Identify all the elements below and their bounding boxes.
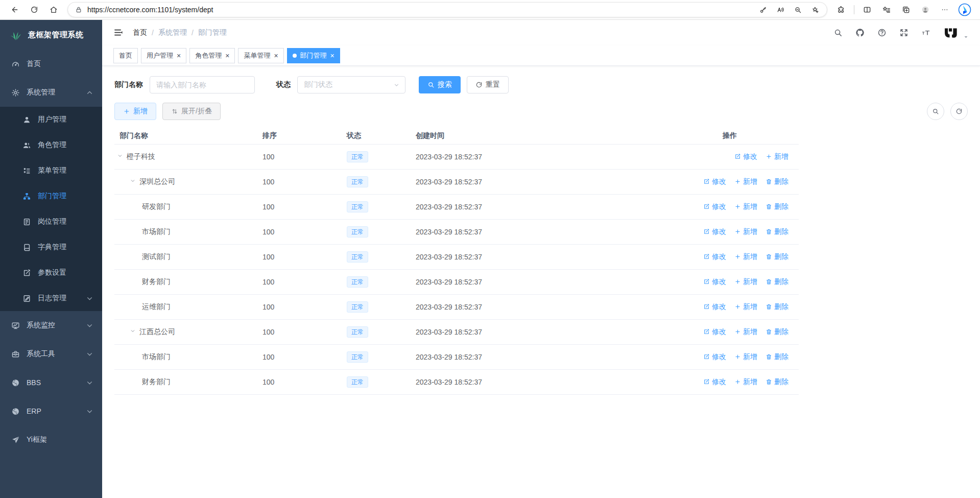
tab-角色管理[interactable]: 角色管理× [189, 48, 235, 63]
bing-chat-button[interactable] [954, 2, 975, 17]
breadcrumb-item[interactable]: 首页 [133, 28, 147, 37]
row-action-delete[interactable]: 删除 [766, 202, 788, 211]
expand-collapse-button[interactable]: 展开/折叠 [162, 103, 221, 120]
browser-home-button[interactable] [44, 2, 63, 17]
sidebar-collapse-icon[interactable] [113, 28, 124, 38]
trash-icon [766, 228, 772, 235]
search-button[interactable]: 搜索 [419, 76, 461, 93]
sidebar-item-erp[interactable]: ERP [0, 397, 102, 425]
reset-button[interactable]: 重置 [467, 76, 509, 93]
tab-菜单管理[interactable]: 菜单管理× [238, 48, 283, 63]
url-text[interactable]: https://ccnetcore.com:1101/system/dept [87, 6, 754, 14]
status-select[interactable]: 部门状态 [297, 76, 405, 93]
read-aloud-button[interactable] [772, 3, 789, 16]
row-action-add[interactable]: 新增 [734, 252, 757, 262]
browser-refresh-button[interactable] [25, 2, 44, 17]
sidebar-item-log-mgmt[interactable]: 日志管理 [0, 286, 102, 311]
trash-icon [766, 278, 772, 285]
row-action-add[interactable]: 新增 [734, 227, 757, 236]
sidebar-item-yi-frame[interactable]: Yi框架 [0, 425, 102, 454]
row-action-delete[interactable]: 删除 [766, 377, 788, 387]
caret-down-icon[interactable] [963, 34, 969, 40]
star-add-button[interactable] [806, 3, 824, 16]
row-action-add[interactable]: 新增 [734, 352, 757, 362]
tab-close-icon[interactable]: × [274, 52, 278, 59]
trash-icon [766, 328, 772, 335]
sidebar-item-home[interactable]: 首页 [0, 50, 102, 78]
dept-name-input[interactable] [150, 76, 255, 93]
header-question-button[interactable] [877, 28, 887, 37]
sidebar-item-dept-mgmt[interactable]: 部门管理 [0, 183, 102, 209]
row-action-edit[interactable]: 修改 [734, 152, 757, 161]
header-fullscreen-button[interactable] [899, 28, 909, 37]
top-header: 首页/系统管理/部门管理 [102, 20, 980, 45]
sidebar-item-dict-mgmt[interactable]: 字典管理 [0, 234, 102, 260]
browser-arrow-left-button[interactable] [5, 2, 25, 17]
tab-close-icon[interactable]: × [177, 52, 181, 59]
row-action-edit[interactable]: 修改 [703, 202, 726, 211]
row-action-edit[interactable]: 修改 [703, 327, 726, 337]
zoom-out-button[interactable] [789, 3, 806, 16]
row-action-delete[interactable]: 删除 [766, 302, 788, 312]
collections-button[interactable] [877, 2, 896, 17]
tab-首页[interactable]: 首页 [113, 48, 138, 63]
dept-sort: 100 [257, 370, 342, 395]
col-actions: 操作 [656, 128, 799, 145]
col-created: 创建时间 [411, 128, 656, 145]
sidebar-item-menu-mgmt[interactable]: 菜单管理 [0, 158, 102, 183]
sidebar-item-system-tools[interactable]: 系统工具 [0, 340, 102, 368]
sidebar-item-system-monitor[interactable]: 系统监控 [0, 311, 102, 340]
sidebar-item-user-mgmt[interactable]: 用户管理 [0, 107, 102, 132]
toggle-search-button[interactable] [927, 103, 944, 120]
more-button[interactable] [935, 2, 954, 17]
split-screen-button[interactable] [857, 2, 877, 17]
row-action-delete[interactable]: 删除 [766, 352, 788, 362]
row-action-add[interactable]: 新增 [734, 177, 757, 186]
row-action-edit[interactable]: 修改 [703, 277, 726, 287]
sidebar-item-param-config[interactable]: 参数设置 [0, 260, 102, 286]
row-action-add[interactable]: 新增 [766, 152, 788, 161]
row-action-edit[interactable]: 修改 [703, 177, 726, 186]
header-github-button[interactable] [855, 28, 865, 37]
row-action-add[interactable]: 新增 [734, 202, 757, 211]
row-action-add[interactable]: 新增 [734, 377, 757, 387]
header-font-size-button[interactable] [921, 28, 930, 37]
row-action-edit[interactable]: 修改 [703, 227, 726, 236]
row-action-edit[interactable]: 修改 [703, 352, 726, 362]
refresh-table-button[interactable] [950, 103, 968, 120]
yj-logo-icon[interactable] [943, 26, 959, 40]
add-button[interactable]: 新增 [114, 103, 156, 120]
row-action-add[interactable]: 新增 [734, 302, 757, 312]
row-action-delete[interactable]: 删除 [766, 227, 788, 236]
trash-icon [766, 353, 772, 360]
extensions-button[interactable] [831, 2, 851, 17]
tab-用户管理[interactable]: 用户管理× [141, 48, 186, 63]
monitor-icon [11, 321, 20, 330]
tab-close-icon[interactable]: × [330, 52, 334, 59]
tree-expand-icon[interactable] [129, 178, 136, 184]
tree-expand-icon[interactable] [116, 153, 123, 159]
row-action-delete[interactable]: 删除 [766, 252, 788, 262]
address-bar[interactable]: https://ccnetcore.com:1101/system/dept [67, 2, 827, 17]
profile-button[interactable] [916, 2, 935, 17]
key-button[interactable] [754, 3, 772, 16]
sidebar-item-role-mgmt[interactable]: 角色管理 [0, 132, 102, 158]
row-action-delete[interactable]: 删除 [766, 327, 788, 337]
row-action-delete[interactable]: 删除 [766, 177, 788, 186]
header-search-button[interactable] [833, 28, 843, 37]
row-action-edit[interactable]: 修改 [703, 302, 726, 312]
tab-group-button[interactable] [896, 2, 916, 17]
sidebar-item-system-mgmt[interactable]: 系统管理 [0, 78, 102, 107]
tab-部门管理[interactable]: 部门管理× [287, 48, 340, 63]
tree-expand-icon[interactable] [129, 328, 136, 334]
row-action-add[interactable]: 新增 [734, 327, 757, 337]
row-action-delete[interactable]: 删除 [766, 277, 788, 287]
tab-close-icon[interactable]: × [225, 52, 229, 59]
row-action-edit[interactable]: 修改 [703, 377, 726, 387]
row-action-edit[interactable]: 修改 [703, 252, 726, 262]
sidebar-item-post-mgmt[interactable]: 岗位管理 [0, 209, 102, 234]
sidebar-item-bbs[interactable]: BBS [0, 368, 102, 397]
row-action-add[interactable]: 新增 [734, 277, 757, 287]
plus-icon [734, 303, 741, 310]
sidebar-item-label: 岗位管理 [38, 217, 66, 226]
